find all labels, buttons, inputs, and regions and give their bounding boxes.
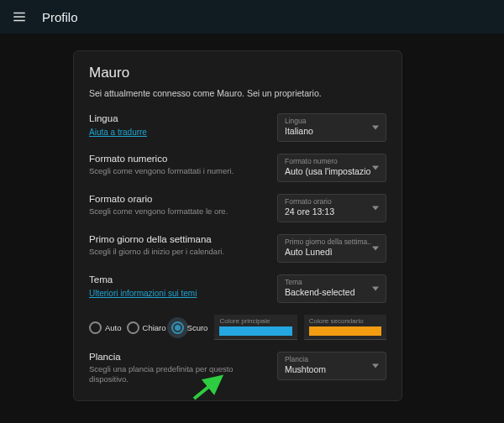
time-format-desc: Scegli come vengono formattate le ore. — [89, 206, 267, 217]
menu-icon[interactable] — [12, 9, 27, 24]
theme-auto-label: Auto — [105, 323, 122, 332]
theme-select-value: Backend-selected — [285, 287, 381, 297]
first-day-desc: Scegli il giorno di inizio per i calenda… — [89, 247, 267, 257]
language-select[interactable]: Lingua Italiano — [277, 113, 386, 142]
dashboard-select-value: Mushtoom — [285, 364, 381, 374]
dashboard-title: Plancia — [89, 352, 267, 362]
secondary-color-swatch — [309, 326, 381, 336]
first-day-select-value: Auto Lunedì — [285, 247, 381, 257]
time-format-title: Formato orario — [89, 194, 267, 204]
row-first-day: Primo giorno della settimana Scegli il g… — [89, 234, 386, 263]
dashboard-desc: Scegli una plancia predefinita per quest… — [89, 364, 267, 385]
row-number-format: Formato numerico Scegli come vengono for… — [89, 154, 386, 182]
help-translate-link[interactable]: Aiuta a tradurre — [89, 128, 147, 137]
theme-radio-dark[interactable]: Scuro — [171, 321, 208, 334]
row-time-format: Formato orario Scegli come vengono forma… — [89, 194, 386, 222]
number-format-select-value: Auto (usa l'impostazio — [285, 166, 381, 176]
dashboard-select-label: Plancia — [285, 355, 381, 363]
content-area: Mauro Sei attualmente connesso come Maur… — [0, 34, 504, 423]
first-day-select[interactable]: Primo giorno della settima.. Auto Lunedì — [277, 234, 386, 263]
theme-controls: Auto Chiaro Scuro Colore principale Colo… — [89, 315, 386, 340]
time-format-select[interactable]: Formato orario 24 ore 13:13 — [277, 194, 386, 222]
first-day-select-label: Primo giorno della settima.. — [285, 238, 381, 246]
secondary-color-picker[interactable]: Colore secondario — [304, 315, 386, 340]
theme-light-label: Chiaro — [143, 323, 166, 332]
language-select-value: Italiano — [285, 126, 381, 136]
dashboard-select[interactable]: Plancia Mushtoom — [277, 352, 386, 380]
theme-select-label: Tema — [285, 278, 381, 286]
time-format-select-label: Formato orario — [285, 197, 381, 206]
row-theme: Tema Ulteriori informazioni sui temi Tem… — [89, 274, 386, 303]
number-format-title: Formato numerico — [89, 154, 267, 164]
annotation-arrow-icon — [187, 370, 229, 404]
first-day-title: Primo giorno della settimana — [89, 234, 267, 244]
secondary-color-label: Colore secondario — [309, 317, 381, 325]
primary-color-swatch — [219, 326, 291, 336]
theme-dark-label: Scuro — [187, 323, 208, 332]
theme-radio-light[interactable]: Chiaro — [127, 321, 166, 334]
theme-radio-auto[interactable]: Auto — [89, 321, 122, 334]
radio-selected-icon — [171, 321, 184, 334]
radio-icon — [89, 321, 102, 334]
number-format-desc: Scegli come vengono formattati i numeri. — [89, 166, 267, 176]
page-title: Profilo — [42, 10, 78, 24]
profile-card: Mauro Sei attualmente connesso come Maur… — [73, 50, 402, 401]
language-select-label: Lingua — [285, 117, 381, 125]
row-dashboard: Plancia Scegli una plancia predefinita p… — [89, 352, 386, 385]
time-format-select-value: 24 ore 13:13 — [285, 206, 381, 217]
theme-select[interactable]: Tema Backend-selected — [277, 274, 386, 303]
primary-color-picker[interactable]: Colore principale — [214, 315, 297, 340]
language-title: Lingua — [89, 113, 267, 123]
primary-color-label: Colore principale — [219, 317, 291, 325]
number-format-select[interactable]: Formato numero Auto (usa l'impostazio — [277, 154, 386, 182]
svg-line-3 — [194, 377, 221, 399]
row-language: Lingua Aiuta a tradurre Lingua Italiano — [89, 113, 386, 142]
radio-icon — [127, 321, 139, 334]
app-header: Profilo — [0, 0, 504, 34]
theme-radio-group: Auto Chiaro Scuro — [89, 321, 207, 334]
profile-subtitle: Sei attualmente connesso come Mauro. Sei… — [89, 88, 386, 98]
number-format-select-label: Formato numero — [285, 157, 381, 165]
theme-info-link[interactable]: Ulteriori informazioni sui temi — [89, 289, 197, 298]
profile-name: Mauro — [89, 65, 386, 81]
theme-title: Tema — [89, 274, 267, 285]
